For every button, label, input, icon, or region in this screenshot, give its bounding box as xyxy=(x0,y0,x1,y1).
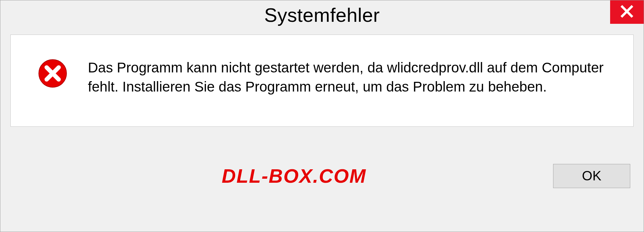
ok-button[interactable]: OK xyxy=(553,164,630,188)
error-icon xyxy=(38,58,68,89)
error-message: Das Programm kann nicht gestartet werden… xyxy=(88,58,606,96)
watermark-text: DLL-BOX.COM xyxy=(222,165,366,187)
close-icon xyxy=(620,5,634,19)
dialog-title: Systemfehler xyxy=(264,4,380,26)
dialog-footer: DLL-BOX.COM OK xyxy=(0,127,644,232)
title-bar: Systemfehler xyxy=(0,0,644,31)
close-button[interactable] xyxy=(610,0,644,24)
error-dialog: Systemfehler Das Programm kann nicht ges… xyxy=(0,0,644,232)
ok-button-label: OK xyxy=(582,168,601,183)
message-panel: Das Programm kann nicht gestartet werden… xyxy=(10,35,634,127)
